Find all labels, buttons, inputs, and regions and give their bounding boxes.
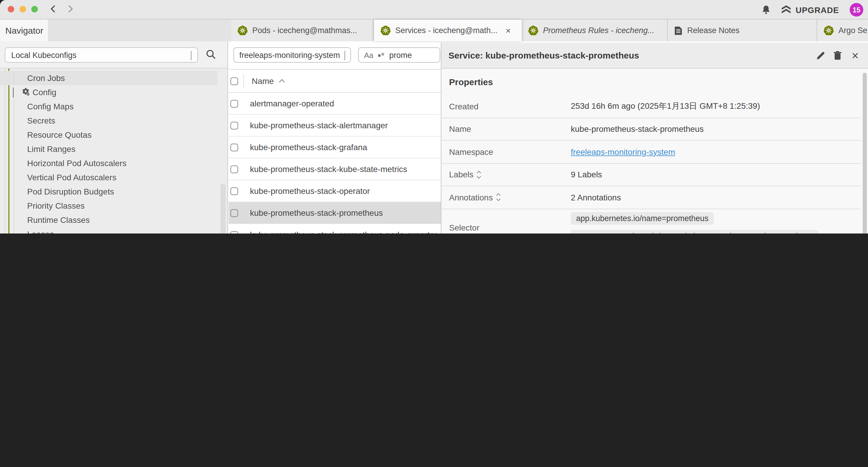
app-tab-1[interactable]: Pods - icecheng@mathmas... (231, 20, 374, 41)
sidebar-item-limit-ranges[interactable]: Limit Ranges (0, 142, 217, 156)
notification-count-badge[interactable]: 15 (850, 3, 863, 17)
service-name: kube-prometheus-stack-alertmanager (250, 121, 388, 130)
sidebar-item-secrets[interactable]: Secrets (0, 114, 217, 128)
row-value: 9 Labels (571, 170, 602, 179)
sidebar-item-label: Limit Ranges (27, 144, 75, 154)
edit-icon[interactable] (816, 51, 826, 60)
sort-toggle-icon[interactable] (497, 194, 500, 201)
sidebar-item-label: Horizontal Pod Autoscalers (27, 158, 126, 168)
row-value: kube-prometheus-stack-prometheus (571, 124, 704, 134)
back-icon[interactable] (49, 4, 58, 13)
row-label: Created (449, 102, 478, 111)
tab-label: Services - icecheng@math... (395, 26, 498, 35)
kubernetes-icon (824, 25, 834, 35)
close-window-button[interactable] (8, 6, 14, 12)
row-value: 2 Annotations (571, 193, 621, 202)
sidebar-item-pod-disruption-budgets[interactable]: Pod Disruption Budgets (0, 184, 217, 199)
row-label: Labels (449, 170, 473, 179)
sidebar-item-vertical-pod-autoscalers[interactable]: Vertical Pod Autoscalers (0, 170, 217, 184)
row-label: Annotations (449, 193, 493, 202)
row-checkbox[interactable] (230, 121, 238, 129)
sidebar-item-label: Runtime Classes (27, 215, 90, 225)
select-all-checkbox[interactable] (230, 77, 238, 85)
sidebar-item-runtime-classes[interactable]: Runtime Classes (0, 213, 217, 227)
sidebar-item-label: Resource Quotas (27, 130, 92, 140)
upgrade-button[interactable]: UPGRADE (781, 5, 839, 14)
service-name: kube-prometheus-stack-grafana (250, 143, 367, 152)
name-column-header[interactable]: Name (252, 76, 274, 86)
kubeconfig-select[interactable]: Local Kubeconfigs (5, 47, 198, 63)
sidebar-item-label: Config (32, 87, 56, 97)
service-name: kube-prometheus-stack-prometheus-node-ex… (250, 230, 437, 233)
sort-ascending-icon[interactable] (279, 79, 285, 85)
value-badge: operator.prometheus.io/name=kube-prometh… (571, 230, 818, 234)
service-detail-panel: Service: kube-prometheus-stack-prometheu… (441, 42, 868, 233)
app-tab-2[interactable]: Services - icecheng@math...× (374, 20, 522, 41)
close-icon[interactable]: × (852, 49, 859, 61)
row-checkbox[interactable] (230, 99, 238, 107)
row-checkbox[interactable] (230, 187, 238, 195)
sidebar-item-label: Config Maps (27, 102, 73, 111)
sidebar-item-leases[interactable]: Leases (0, 227, 217, 233)
app-tab-5[interactable]: Argo Se (817, 20, 868, 41)
panel-header: Service: kube-prometheus-stack-prometheu… (441, 42, 868, 68)
case-sensitive-toggle[interactable]: Aa (364, 51, 373, 59)
row-checkbox[interactable] (230, 165, 238, 173)
row-label: Namespace (449, 147, 493, 157)
kubernetes-icon (380, 25, 391, 35)
app-window: UPGRADE 15 Navigator Pods - icecheng@mat… (0, 0, 868, 233)
tab-label: Argo Se (838, 26, 867, 35)
detail-row-labels: Labels9 Labels (441, 164, 861, 186)
panel-scrollbar[interactable] (862, 73, 867, 233)
sidebar-item-horizontal-pod-autoscalers[interactable]: Horizontal Pod Autoscalers (0, 156, 217, 170)
notifications-bell-icon[interactable] (762, 5, 771, 15)
row-label: Name (449, 124, 471, 134)
detail-row-namespace: Namespacefreeleaps-monitoring-system (441, 141, 861, 164)
forward-icon[interactable] (66, 4, 75, 13)
app-tab-4[interactable]: Release Notes (668, 20, 816, 41)
namespace-link[interactable]: freeleaps-monitoring-system (571, 147, 675, 157)
service-name: alertmanager-operated (250, 99, 334, 108)
sort-toggle-icon[interactable] (478, 171, 481, 178)
row-checkbox[interactable] (230, 143, 238, 151)
sidebar-item-config-maps[interactable]: Config Maps (0, 99, 217, 114)
app-tab-3[interactable]: Prometheus Rules - icecheng... (522, 20, 667, 41)
sidebar-search-icon[interactable] (206, 49, 216, 60)
detail-row-created: Created253d 16h 6m ago (2025年1月13日 GMT+8… (441, 95, 861, 118)
sidebar-item-label: Vertical Pod Autoscalers (27, 173, 116, 182)
sidebar-item-cron-jobs[interactable]: Cron Jobs (0, 71, 217, 85)
chevron-down-icon[interactable] (13, 87, 13, 97)
sidebar-item-label: Secrets (27, 116, 55, 125)
kubeconfig-row: Local Kubeconfigs (0, 41, 227, 68)
sidebar-item-resource-quotas[interactable]: Resource Quotas (0, 128, 217, 142)
maximize-window-button[interactable] (31, 6, 38, 12)
search-query: prome (390, 51, 412, 59)
tab-label: Pods - icecheng@mathmas... (252, 26, 357, 35)
tab-label: Prometheus Rules - icecheng... (543, 26, 654, 35)
sidebar-scrollbar[interactable] (220, 184, 226, 233)
sidebar-item-config[interactable]: Config (0, 85, 217, 99)
namespace-select[interactable]: freeleaps-monitoring-system (234, 47, 351, 63)
kubernetes-icon (528, 25, 538, 35)
close-tab-icon[interactable]: × (506, 25, 511, 35)
row-value: 253d 16h 6m ago (2025年1月13日 GMT+8 1:25:3… (571, 101, 760, 112)
gear-icon (21, 87, 31, 97)
minimize-window-button[interactable] (20, 6, 26, 12)
section-heading: Properties (441, 68, 861, 95)
navigator-sidebar: Local Kubeconfigs Cron JobsConfigConfig … (0, 41, 228, 233)
sidebar-item-label: Priority Classes (27, 201, 85, 210)
service-name: kube-prometheus-stack-operator (250, 186, 370, 196)
row-checkbox[interactable] (230, 231, 238, 233)
sidebar-item-priority-classes[interactable]: Priority Classes (0, 199, 217, 213)
delete-trash-icon[interactable] (833, 51, 842, 60)
value-badge: app.kubernetes.io/name=prometheus (571, 212, 714, 225)
row-checkbox[interactable] (230, 209, 238, 217)
search-input[interactable]: Aa * prome (358, 47, 440, 63)
regex-toggle[interactable]: * (378, 50, 385, 60)
navigator-panel-tab[interactable]: Navigator (0, 20, 48, 41)
panel-title: Service: kube-prometheus-stack-prometheu… (448, 50, 639, 60)
sidebar-item-label: Leases (27, 229, 54, 233)
tab-label: Release Notes (687, 26, 740, 35)
service-name: kube-prometheus-stack-prometheus (250, 208, 383, 217)
resource-tree: Cron JobsConfigConfig MapsSecretsResourc… (0, 68, 227, 233)
